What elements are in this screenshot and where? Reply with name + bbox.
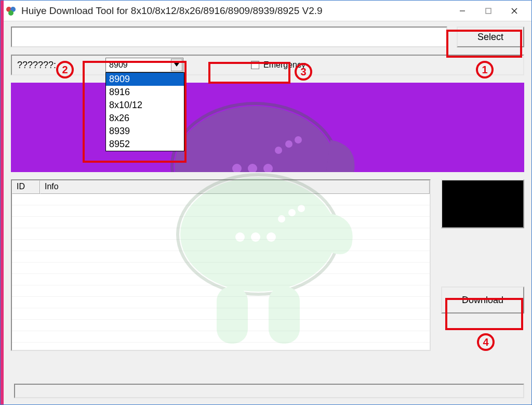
chipset-option[interactable]: 8952 xyxy=(106,138,184,151)
app-icon xyxy=(6,6,16,16)
file-row: Select xyxy=(11,27,524,47)
emergency-row: Emergency xyxy=(251,60,305,70)
chipset-option[interactable]: 8916 xyxy=(106,86,184,99)
svg-rect-4 xyxy=(486,8,491,14)
select-button[interactable]: Select xyxy=(457,27,524,47)
client-area: Select ???????: 8909 8909 8916 8x10/12 8… xyxy=(4,21,531,404)
column-id[interactable]: ID xyxy=(12,180,40,194)
log-listview[interactable]: ID Info xyxy=(11,179,431,351)
svg-marker-17 xyxy=(174,63,179,67)
options-panel: ???????: 8909 8909 8916 8x10/12 8x26 893… xyxy=(11,55,524,75)
chipset-label: ???????: xyxy=(17,60,56,71)
banner-area xyxy=(11,83,524,172)
emergency-checkbox[interactable] xyxy=(251,61,259,69)
svg-point-24 xyxy=(285,140,292,148)
svg-point-23 xyxy=(275,147,282,154)
lower-area: ID Info Download xyxy=(11,179,524,351)
download-button[interactable]: Download xyxy=(441,286,524,313)
listview-rows xyxy=(12,194,430,350)
chipset-option[interactable]: 8939 xyxy=(106,125,184,138)
app-window: Huiye Download Tool for 8x10/8x12/8x26/8… xyxy=(0,0,532,405)
svg-point-25 xyxy=(295,136,302,143)
svg-point-18 xyxy=(175,106,336,172)
chipset-option[interactable]: 8x10/12 xyxy=(106,99,184,112)
close-button[interactable] xyxy=(501,1,527,21)
firmware-path-input[interactable] xyxy=(11,27,447,47)
window-controls xyxy=(449,1,527,21)
window-title: Huiye Download Tool for 8x10/8x12/8x26/8… xyxy=(21,5,449,17)
chipset-dropdown-list: 8909 8916 8x10/12 8x26 8939 8952 xyxy=(105,72,184,151)
titlebar: Huiye Download Tool for 8x10/8x12/8x26/8… xyxy=(1,1,531,21)
right-column: Download xyxy=(441,179,524,351)
chipset-option[interactable]: 8909 xyxy=(106,73,184,86)
chevron-down-icon[interactable] xyxy=(171,59,182,71)
status-bar xyxy=(14,384,524,398)
preview-box xyxy=(441,179,524,228)
listview-header: ID Info xyxy=(12,180,430,194)
maximize-button[interactable] xyxy=(475,1,501,21)
chipset-option[interactable]: 8x26 xyxy=(106,112,184,125)
svg-point-2 xyxy=(8,10,14,16)
chipset-combobox[interactable]: 8909 8909 8916 8x10/12 8x26 8939 8952 xyxy=(105,58,183,72)
minimize-button[interactable] xyxy=(449,1,475,21)
chipset-combobox-value: 8909 xyxy=(109,60,128,70)
column-info[interactable]: Info xyxy=(40,180,430,194)
emergency-label: Emergency xyxy=(263,60,305,70)
